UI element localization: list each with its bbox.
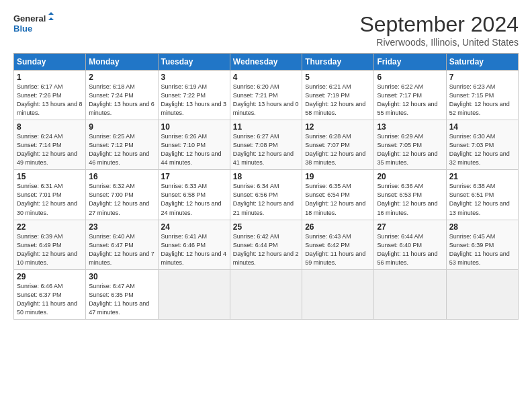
table-cell bbox=[302, 269, 374, 319]
day-info: Sunrise: 6:33 AMSunset: 6:58 PMDaylight:… bbox=[161, 183, 222, 216]
table-cell: 17 Sunrise: 6:33 AMSunset: 6:58 PMDaylig… bbox=[158, 170, 230, 220]
col-saturday: Saturday bbox=[446, 54, 518, 71]
day-info: Sunrise: 6:43 AMSunset: 6:42 PMDaylight:… bbox=[305, 233, 365, 266]
day-info: Sunrise: 6:23 AMSunset: 7:15 PMDaylight:… bbox=[449, 83, 510, 116]
location-title: Riverwoods, Illinois, United States bbox=[359, 37, 519, 48]
logo: General Blue bbox=[13, 12, 54, 36]
title-block: September 2024 Riverwoods, Illinois, Uni… bbox=[359, 12, 519, 48]
table-cell: 2 Sunrise: 6:18 AMSunset: 7:24 PMDayligh… bbox=[86, 71, 158, 120]
day-info: Sunrise: 6:28 AMSunset: 7:07 PMDaylight:… bbox=[305, 133, 365, 166]
day-number: 6 bbox=[377, 73, 443, 82]
day-info: Sunrise: 6:47 AMSunset: 6:35 PMDaylight:… bbox=[89, 283, 149, 316]
table-cell: 7 Sunrise: 6:23 AMSunset: 7:15 PMDayligh… bbox=[446, 71, 518, 120]
day-info: Sunrise: 6:39 AMSunset: 6:49 PMDaylight:… bbox=[17, 233, 77, 266]
day-info: Sunrise: 6:22 AMSunset: 7:17 PMDaylight:… bbox=[377, 83, 437, 116]
table-cell: 30 Sunrise: 6:47 AMSunset: 6:35 PMDaylig… bbox=[86, 269, 158, 319]
table-cell bbox=[374, 269, 446, 319]
logo-svg: General Blue bbox=[13, 12, 54, 36]
day-number: 24 bbox=[161, 222, 227, 232]
day-info: Sunrise: 6:46 AMSunset: 6:37 PMDaylight:… bbox=[17, 283, 77, 316]
day-number: 23 bbox=[89, 222, 154, 232]
day-number: 1 bbox=[17, 73, 83, 82]
day-info: Sunrise: 6:32 AMSunset: 7:00 PMDaylight:… bbox=[89, 183, 149, 216]
day-info: Sunrise: 6:31 AMSunset: 7:01 PMDaylight:… bbox=[17, 183, 77, 216]
day-number: 9 bbox=[89, 122, 154, 132]
day-number: 30 bbox=[89, 272, 154, 281]
table-cell: 20 Sunrise: 6:36 AMSunset: 6:53 PMDaylig… bbox=[374, 170, 446, 220]
day-number: 17 bbox=[161, 172, 227, 181]
day-number: 5 bbox=[305, 73, 371, 82]
table-cell: 5 Sunrise: 6:21 AMSunset: 7:19 PMDayligh… bbox=[302, 71, 374, 120]
day-number: 29 bbox=[17, 272, 83, 281]
col-friday: Friday bbox=[374, 54, 446, 71]
day-number: 26 bbox=[305, 222, 371, 232]
day-number: 3 bbox=[161, 73, 227, 82]
day-number: 8 bbox=[17, 122, 83, 132]
table-cell: 21 Sunrise: 6:38 AMSunset: 6:51 PMDaylig… bbox=[446, 170, 518, 220]
day-number: 14 bbox=[449, 122, 515, 132]
col-sunday: Sunday bbox=[14, 54, 86, 71]
col-tuesday: Tuesday bbox=[158, 54, 230, 71]
day-info: Sunrise: 6:25 AMSunset: 7:12 PMDaylight:… bbox=[89, 133, 149, 166]
day-number: 10 bbox=[161, 122, 227, 132]
day-info: Sunrise: 6:34 AMSunset: 6:56 PMDaylight:… bbox=[233, 183, 294, 216]
day-number: 2 bbox=[89, 73, 154, 82]
table-cell: 1 Sunrise: 6:17 AMSunset: 7:26 PMDayligh… bbox=[14, 71, 86, 120]
table-cell: 18 Sunrise: 6:34 AMSunset: 6:56 PMDaylig… bbox=[230, 170, 302, 220]
day-number: 4 bbox=[233, 73, 299, 82]
month-title: September 2024 bbox=[359, 12, 519, 37]
day-info: Sunrise: 6:20 AMSunset: 7:21 PMDaylight:… bbox=[233, 83, 299, 116]
table-cell: 16 Sunrise: 6:32 AMSunset: 7:00 PMDaylig… bbox=[86, 170, 158, 220]
table-cell: 9 Sunrise: 6:25 AMSunset: 7:12 PMDayligh… bbox=[86, 120, 158, 170]
day-info: Sunrise: 6:40 AMSunset: 6:47 PMDaylight:… bbox=[89, 233, 154, 266]
day-number: 19 bbox=[305, 172, 371, 181]
table-cell: 12 Sunrise: 6:28 AMSunset: 7:07 PMDaylig… bbox=[302, 120, 374, 170]
table-cell: 13 Sunrise: 6:29 AMSunset: 7:05 PMDaylig… bbox=[374, 120, 446, 170]
table-cell: 23 Sunrise: 6:40 AMSunset: 6:47 PMDaylig… bbox=[86, 220, 158, 269]
svg-text:Blue: Blue bbox=[13, 24, 32, 34]
table-cell: 24 Sunrise: 6:41 AMSunset: 6:46 PMDaylig… bbox=[158, 220, 230, 269]
day-info: Sunrise: 6:36 AMSunset: 6:53 PMDaylight:… bbox=[377, 183, 437, 216]
day-number: 18 bbox=[233, 172, 299, 181]
table-cell: 15 Sunrise: 6:31 AMSunset: 7:01 PMDaylig… bbox=[14, 170, 86, 220]
table-cell bbox=[230, 269, 302, 319]
day-info: Sunrise: 6:42 AMSunset: 6:44 PMDaylight:… bbox=[233, 233, 299, 266]
day-info: Sunrise: 6:45 AMSunset: 6:39 PMDaylight:… bbox=[449, 233, 510, 266]
table-cell: 22 Sunrise: 6:39 AMSunset: 6:49 PMDaylig… bbox=[14, 220, 86, 269]
day-info: Sunrise: 6:18 AMSunset: 7:24 PMDaylight:… bbox=[89, 83, 154, 116]
day-info: Sunrise: 6:19 AMSunset: 7:22 PMDaylight:… bbox=[161, 83, 227, 116]
col-monday: Monday bbox=[86, 54, 158, 71]
day-number: 27 bbox=[377, 222, 443, 232]
day-info: Sunrise: 6:44 AMSunset: 6:40 PMDaylight:… bbox=[377, 233, 437, 266]
day-number: 16 bbox=[89, 172, 154, 181]
table-cell: 10 Sunrise: 6:26 AMSunset: 7:10 PMDaylig… bbox=[158, 120, 230, 170]
day-info: Sunrise: 6:41 AMSunset: 6:46 PMDaylight:… bbox=[161, 233, 227, 266]
table-cell: 27 Sunrise: 6:44 AMSunset: 6:40 PMDaylig… bbox=[374, 220, 446, 269]
day-number: 12 bbox=[305, 122, 371, 132]
day-info: Sunrise: 6:30 AMSunset: 7:03 PMDaylight:… bbox=[449, 133, 510, 166]
day-info: Sunrise: 6:17 AMSunset: 7:26 PMDaylight:… bbox=[17, 83, 83, 116]
day-number: 25 bbox=[233, 222, 299, 232]
table-cell: 14 Sunrise: 6:30 AMSunset: 7:03 PMDaylig… bbox=[446, 120, 518, 170]
calendar-table: Sunday Monday Tuesday Wednesday Thursday… bbox=[13, 53, 519, 320]
day-number: 22 bbox=[17, 222, 83, 232]
day-number: 13 bbox=[377, 122, 443, 132]
day-number: 15 bbox=[17, 172, 83, 181]
col-wednesday: Wednesday bbox=[230, 54, 302, 71]
svg-marker-2 bbox=[48, 12, 54, 15]
svg-marker-3 bbox=[48, 17, 54, 20]
table-cell: 29 Sunrise: 6:46 AMSunset: 6:37 PMDaylig… bbox=[14, 269, 86, 319]
table-cell bbox=[446, 269, 518, 319]
table-cell: 28 Sunrise: 6:45 AMSunset: 6:39 PMDaylig… bbox=[446, 220, 518, 269]
table-cell: 4 Sunrise: 6:20 AMSunset: 7:21 PMDayligh… bbox=[230, 71, 302, 120]
table-cell: 26 Sunrise: 6:43 AMSunset: 6:42 PMDaylig… bbox=[302, 220, 374, 269]
table-cell bbox=[158, 269, 230, 319]
day-info: Sunrise: 6:21 AMSunset: 7:19 PMDaylight:… bbox=[305, 83, 365, 116]
svg-text:General: General bbox=[13, 13, 46, 24]
day-info: Sunrise: 6:24 AMSunset: 7:14 PMDaylight:… bbox=[17, 133, 77, 166]
day-number: 20 bbox=[377, 172, 443, 181]
table-cell: 3 Sunrise: 6:19 AMSunset: 7:22 PMDayligh… bbox=[158, 71, 230, 120]
day-info: Sunrise: 6:38 AMSunset: 6:51 PMDaylight:… bbox=[449, 183, 510, 216]
day-info: Sunrise: 6:26 AMSunset: 7:10 PMDaylight:… bbox=[161, 133, 222, 166]
page: General Blue September 2024 Riverwoods, … bbox=[0, 0, 532, 411]
